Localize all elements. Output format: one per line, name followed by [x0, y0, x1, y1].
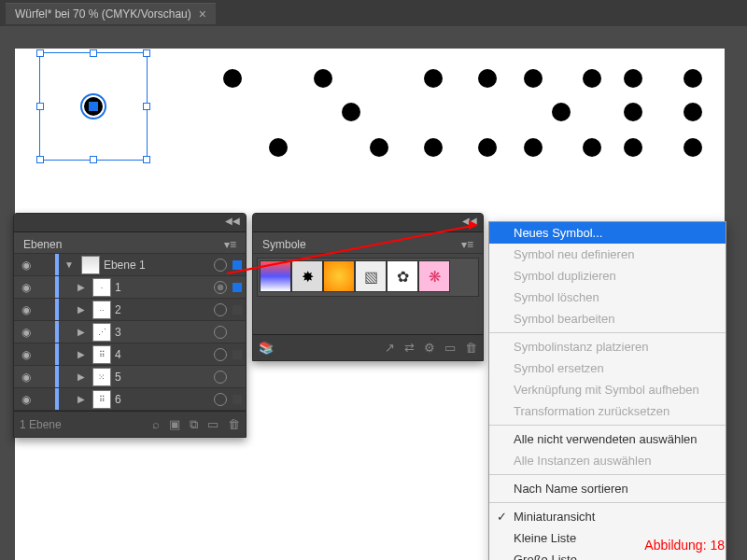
die-dot: [478, 69, 497, 88]
symbol-swatch[interactable]: ✸: [291, 260, 323, 292]
symbol-options-icon[interactable]: ⚙: [424, 341, 435, 355]
layer-thumbnail: ⠿: [92, 345, 111, 364]
die-dot: [684, 69, 702, 88]
place-instance-icon[interactable]: ↗: [385, 341, 395, 355]
menu-item-select-instances[interactable]: Alle Instanzen auswählen: [489, 450, 726, 471]
disclosure-triangle-icon[interactable]: ▼: [61, 259, 78, 270]
layer-thumbnail: [81, 256, 100, 274]
menu-item-new-symbol[interactable]: Neues Symbol...: [489, 222, 726, 244]
delete-icon[interactable]: 🗑: [228, 417, 240, 431]
make-clip-icon[interactable]: ▣: [169, 417, 180, 431]
layer-row[interactable]: ◉ ▶ · 1: [14, 276, 246, 299]
layer-row[interactable]: ◉ ▶ ⠿ 4: [14, 343, 246, 366]
panel-menu-icon[interactable]: ▾≡: [224, 238, 236, 251]
menu-item-replace[interactable]: Symbol ersetzen: [489, 357, 726, 379]
target-icon[interactable]: [214, 259, 227, 272]
symbol-swatch[interactable]: ▧: [355, 260, 387, 292]
figure-caption: Abbildung: 18: [644, 538, 725, 553]
anchor-point-icon: [89, 102, 98, 111]
target-icon[interactable]: [214, 303, 227, 316]
layer-thumbnail: ·: [92, 278, 111, 297]
panel-tab-bar: ◀◀: [14, 214, 246, 232]
disclosure-triangle-icon[interactable]: ▶: [74, 327, 89, 337]
layers-list: ◉ ▼ Ebene 1 ◉ ▶ · 1 ◉ ▶ ·· 2: [14, 254, 246, 411]
selection-indicator: [233, 283, 242, 292]
close-icon[interactable]: ×: [199, 7, 206, 21]
layer-name: Ebene 1: [104, 259, 214, 272]
menu-item-reset-transform[interactable]: Transformation zurücksetzen: [489, 400, 726, 422]
symbol-swatch[interactable]: ✿: [387, 260, 418, 292]
selection-indicator: [233, 260, 242, 270]
die-dot: [478, 138, 497, 157]
layers-panel-title: Ebenen: [23, 238, 62, 251]
panel-menu-icon[interactable]: ▾≡: [461, 238, 473, 251]
layer-name: 6: [115, 393, 214, 406]
die-dot: [342, 103, 360, 121]
visibility-icon[interactable]: ◉: [14, 281, 38, 294]
document-tab[interactable]: Würfel* bei 70 % (CMYK/Vorschau) ×: [6, 3, 216, 24]
break-link-icon[interactable]: ⇄: [404, 341, 415, 355]
layer-name: 1: [115, 281, 214, 294]
layer-name: 5: [115, 371, 214, 384]
document-tab-label: Würfel* bei 70 % (CMYK/Vorschau): [15, 7, 191, 21]
visibility-icon[interactable]: ◉: [14, 303, 38, 316]
menu-item-select-unused[interactable]: Alle nicht verwendeten auswählen: [489, 428, 726, 450]
visibility-icon[interactable]: ◉: [14, 259, 38, 272]
menu-item-thumbnail-view[interactable]: Miniaturansicht: [489, 506, 726, 527]
new-symbol-icon[interactable]: ▭: [444, 341, 456, 355]
disclosure-triangle-icon[interactable]: ▶: [74, 282, 89, 292]
die-dot: [684, 103, 702, 121]
delete-symbol-icon[interactable]: 🗑: [465, 341, 477, 355]
menu-item-sort-name[interactable]: Nach Name sortieren: [489, 478, 726, 499]
menu-item-duplicate[interactable]: Symbol duplizieren: [489, 265, 726, 287]
layers-panel-footer: 1 Ebene ⌕ ▣ ⧉ ▭ 🗑: [14, 411, 246, 437]
symbols-panel: ◀◀ Symbole ▾≡ ✸ ▧ ✿ ❋ 📚 ↗ ⇄ ⚙ ▭ 🗑: [252, 213, 484, 361]
die-dot: [424, 138, 443, 157]
collapse-icon[interactable]: ◀◀: [219, 214, 246, 231]
symbols-panel-footer: 📚 ↗ ⇄ ⚙ ▭ 🗑: [253, 334, 483, 360]
die-dot: [314, 69, 332, 88]
die-face-1[interactable]: [39, 52, 148, 161]
die-dot: [624, 69, 642, 88]
target-icon[interactable]: [214, 393, 227, 406]
layer-row[interactable]: ◉ ▶ ·· 2: [14, 299, 246, 321]
visibility-icon[interactable]: ◉: [14, 348, 38, 361]
visibility-icon[interactable]: ◉: [14, 371, 38, 384]
symbol-swatch[interactable]: [323, 260, 355, 292]
target-icon[interactable]: [214, 348, 227, 361]
visibility-icon[interactable]: ◉: [14, 326, 38, 339]
menu-item-place-instance[interactable]: Symbolinstanz platzieren: [489, 336, 726, 357]
layer-row[interactable]: ◉ ▶ ⠿ 6: [14, 388, 246, 411]
symbols-panel-menu: Neues Symbol... Symbol neu definieren Sy…: [488, 221, 726, 560]
menu-item-edit[interactable]: Symbol bearbeiten: [489, 308, 726, 329]
menu-item-break-link[interactable]: Verknüpfung mit Symbol aufheben: [489, 379, 726, 400]
layer-row-parent[interactable]: ◉ ▼ Ebene 1: [14, 254, 246, 276]
document-tab-bar: Würfel* bei 70 % (CMYK/Vorschau) ×: [0, 0, 747, 26]
disclosure-triangle-icon[interactable]: ▶: [74, 394, 89, 404]
menu-item-delete[interactable]: Symbol löschen: [489, 287, 726, 308]
new-sublayer-icon[interactable]: ⧉: [190, 417, 198, 432]
die-dot: [684, 138, 702, 157]
new-layer-icon[interactable]: ▭: [207, 417, 218, 431]
die-dot: [524, 69, 543, 88]
locate-icon[interactable]: ⌕: [152, 417, 160, 431]
symbol-swatch[interactable]: ❋: [418, 260, 450, 292]
library-icon[interactable]: 📚: [259, 341, 274, 355]
layer-name: 4: [115, 348, 214, 361]
layer-row[interactable]: ◉ ▶ ⁙ 5: [14, 366, 246, 388]
menu-item-redefine[interactable]: Symbol neu definieren: [489, 244, 726, 265]
target-icon[interactable]: [214, 281, 227, 294]
target-icon[interactable]: [214, 326, 227, 339]
layer-thumbnail: ⋰: [92, 323, 111, 342]
layers-panel: ◀◀ Ebenen ▾≡ ◉ ▼ Ebene 1 ◉ ▶ · 1 ◉ ▶: [13, 213, 247, 438]
layer-name: 3: [115, 326, 214, 339]
disclosure-triangle-icon[interactable]: ▶: [74, 304, 89, 315]
die-dot: [424, 69, 443, 88]
disclosure-triangle-icon[interactable]: ▶: [74, 349, 89, 359]
target-icon[interactable]: [214, 371, 227, 384]
visibility-icon[interactable]: ◉: [14, 393, 38, 406]
selection-indicator: [233, 305, 242, 315]
disclosure-triangle-icon[interactable]: ▶: [74, 371, 89, 382]
layer-row[interactable]: ◉ ▶ ⋰ 3: [14, 321, 246, 343]
layer-thumbnail: ··: [92, 301, 111, 319]
